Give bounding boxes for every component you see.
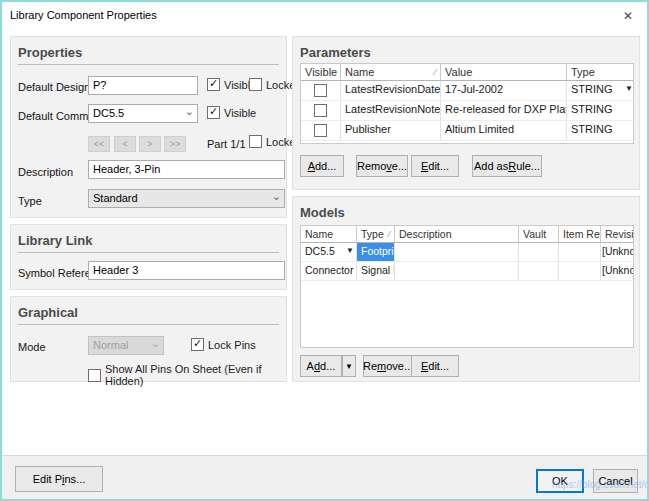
ok-button[interactable]: OK (536, 469, 584, 493)
default-comment-combo[interactable]: DC5.5 ⌄ (88, 104, 198, 123)
value-cell[interactable]: 17-Jul-2002 (441, 81, 567, 100)
parameter-row[interactable]: Publisher Altium Limited STRING (301, 121, 633, 141)
dialog-title: Library Component Properties (10, 9, 157, 21)
divider (18, 64, 279, 65)
divider (18, 324, 279, 325)
lock-pins-checkbox[interactable]: ✓ Lock Pins (191, 338, 256, 351)
col-visible[interactable]: Visible (301, 64, 341, 80)
revision-status-cell[interactable]: [Unknown] (601, 262, 634, 280)
parameters-add-button[interactable]: Add... (300, 155, 344, 177)
chevron-down-icon: ⌄ (272, 190, 281, 203)
properties-title: Properties (18, 45, 82, 60)
cancel-button[interactable]: Cancel (593, 469, 638, 493)
type-cell[interactable]: STRING ▼ (567, 81, 634, 100)
parameters-table: Visible Name ⁄ Value Type LatestRevision… (300, 63, 634, 144)
type-label: Type (18, 195, 42, 207)
default-designator-input[interactable]: P? (88, 76, 198, 95)
parameter-row[interactable]: LatestRevisionNote Re-released for DXP P… (301, 101, 633, 121)
col-revision-status[interactable]: Revision St... (601, 226, 634, 242)
item-revision-cell[interactable] (559, 262, 601, 280)
symbol-reference-input[interactable]: Header 3 (88, 261, 285, 280)
item-revision-cell[interactable] (559, 243, 601, 261)
close-icon[interactable]: ✕ (619, 7, 637, 25)
models-remove-button[interactable]: Remove... (363, 355, 413, 377)
type-cell-selected[interactable]: Footprint (357, 243, 395, 261)
chevron-down-icon: ⌄ (185, 105, 194, 118)
footer-bar: Edit Pins... OK Cancel (2, 455, 647, 499)
col-item-revision[interactable]: Item Revisi... (559, 226, 601, 242)
sort-ascending-icon: ⁄ (388, 229, 390, 239)
checkbox-unchecked-icon (314, 124, 327, 137)
models-add-button[interactable]: Add... (300, 355, 342, 377)
col-value[interactable]: Value (441, 64, 567, 80)
dropdown-icon[interactable]: ▼ (625, 84, 633, 93)
sort-ascending-icon: ⁄ (434, 67, 436, 77)
checkbox-unchecked-icon (314, 84, 327, 97)
col-name[interactable]: Name (301, 226, 357, 242)
col-vault[interactable]: Vault (519, 226, 559, 242)
checkbox-checked-icon: ✓ (207, 78, 220, 91)
col-type[interactable]: Type (567, 64, 634, 80)
library-link-title: Library Link (18, 233, 92, 248)
part-first-button[interactable]: << (88, 136, 110, 152)
part-last-button[interactable]: >> (164, 136, 186, 152)
name-cell[interactable]: LatestRevisionNote (341, 101, 441, 120)
name-cell[interactable]: LatestRevisionDate (341, 81, 441, 100)
graphical-title: Graphical (18, 305, 78, 320)
visible-cell[interactable] (301, 101, 341, 120)
comment-visible-checkbox[interactable]: ✓ Visible (207, 106, 256, 119)
models-panel: Models Name Type ⁄ Description Vault Ite… (292, 196, 640, 382)
revision-status-cell[interactable]: [Unknown] (601, 243, 634, 261)
parameter-row[interactable]: LatestRevisionDate 17-Jul-2002 STRING ▼ (301, 81, 633, 101)
checkbox-unchecked-icon (88, 369, 101, 382)
col-name[interactable]: Name ⁄ (341, 64, 441, 80)
show-all-pins-label: Show All Pins On Sheet (Even if Hidden) (105, 363, 286, 387)
chevron-down-icon: ⌄ (151, 337, 160, 350)
description-cell[interactable] (395, 243, 519, 261)
models-header-row[interactable]: Name Type ⁄ Description Vault Item Revis… (301, 226, 633, 243)
vault-cell[interactable] (519, 262, 559, 280)
checkbox-checked-icon: ✓ (207, 106, 220, 119)
checkbox-checked-icon: ✓ (191, 338, 204, 351)
parameters-remove-button[interactable]: Remove... (356, 155, 408, 177)
mode-label: Mode (18, 341, 46, 353)
checkbox-unchecked-icon (249, 135, 262, 148)
col-description[interactable]: Description (395, 226, 519, 242)
divider (18, 252, 279, 253)
parameters-header-row[interactable]: Visible Name ⁄ Value Type (301, 64, 633, 81)
vault-cell[interactable] (519, 243, 559, 261)
part-indicator: Part 1/1 (207, 138, 246, 150)
models-table: Name Type ⁄ Description Vault Item Revis… (300, 225, 634, 348)
visible-cell[interactable] (301, 81, 341, 100)
name-cell[interactable]: Connector (301, 262, 357, 280)
show-all-pins-checkbox[interactable]: Show All Pins On Sheet (Even if Hidden) (88, 363, 286, 387)
library-component-properties-dialog: Library Component Properties ✕ Propertie… (0, 0, 649, 501)
parameters-title: Parameters (300, 45, 371, 60)
library-link-panel: Library Link Symbol Reference Header 3 (10, 224, 287, 290)
graphical-panel: Graphical Mode Normal ⌄ ✓ Lock Pins Show… (10, 296, 287, 382)
type-cell[interactable]: STRING (567, 101, 634, 120)
description-cell[interactable] (395, 262, 519, 280)
value-cell[interactable]: Altium Limited (441, 121, 567, 140)
models-add-dropdown-button[interactable]: ▼ (342, 355, 356, 377)
add-as-rule-button[interactable]: Add as Rule... (472, 155, 542, 177)
models-edit-button[interactable]: Edit... (411, 355, 459, 377)
type-cell[interactable]: STRING (567, 121, 634, 140)
edit-pins-button[interactable]: Edit Pins... (15, 466, 103, 492)
model-row[interactable]: Connector Signal Integrit [Unknown] (301, 262, 633, 281)
part-next-button[interactable]: > (139, 136, 161, 152)
model-row[interactable]: DC5.5 ▼ Footprint [Unknown] (301, 243, 633, 262)
description-input[interactable]: Header, 3-Pin (88, 160, 285, 179)
description-label: Description (18, 166, 73, 178)
dropdown-icon[interactable]: ▼ (346, 246, 354, 255)
name-cell[interactable]: DC5.5 ▼ (301, 243, 357, 261)
parameters-edit-button[interactable]: Edit... (411, 155, 459, 177)
type-combo[interactable]: Standard ⌄ (88, 189, 285, 208)
col-type[interactable]: Type ⁄ (357, 226, 395, 242)
part-prev-button[interactable]: < (114, 136, 136, 152)
type-cell[interactable]: Signal Integrit (357, 262, 395, 280)
visible-cell[interactable] (301, 121, 341, 140)
name-cell[interactable]: Publisher (341, 121, 441, 140)
comment-visible-label: Visible (224, 107, 256, 119)
value-cell[interactable]: Re-released for DXP Platform. (441, 101, 567, 120)
